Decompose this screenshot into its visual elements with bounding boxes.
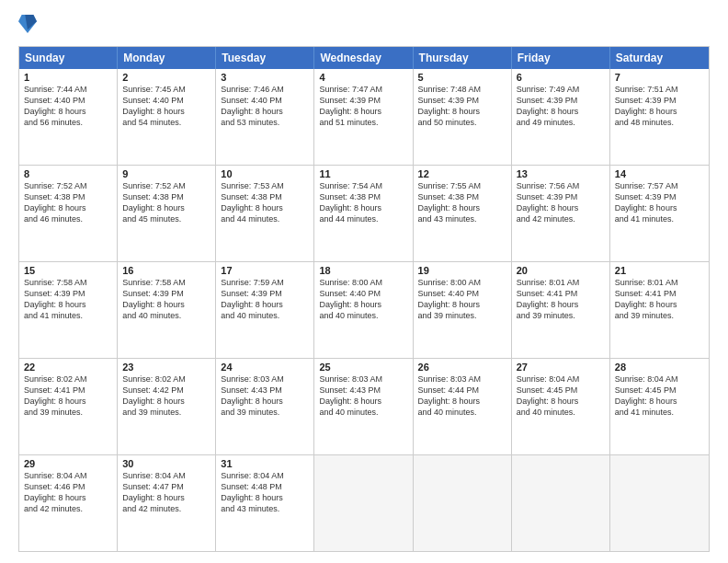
cal-week-2: 8Sunrise: 7:52 AMSunset: 4:38 PMDaylight… <box>19 165 709 261</box>
day-number: 7 <box>615 72 704 83</box>
cal-header-thursday: Thursday <box>414 47 512 69</box>
header <box>18 15 710 37</box>
day-number: 16 <box>122 265 210 276</box>
cal-cell-empty <box>610 455 709 551</box>
cal-header-friday: Friday <box>512 47 610 69</box>
cal-cell-day-8: 8Sunrise: 7:52 AMSunset: 4:38 PMDaylight… <box>19 166 118 261</box>
cal-cell-day-15: 15Sunrise: 7:58 AMSunset: 4:39 PMDayligh… <box>19 262 118 358</box>
cell-details: Sunrise: 8:00 AMSunset: 4:40 PMDaylight:… <box>418 277 506 322</box>
cell-details: Sunrise: 7:49 AMSunset: 4:39 PMDaylight:… <box>517 84 605 129</box>
cal-cell-day-24: 24Sunrise: 8:03 AMSunset: 4:43 PMDayligh… <box>216 359 314 454</box>
day-number: 9 <box>122 168 210 179</box>
calendar: SundayMondayTuesdayWednesdayThursdayFrid… <box>18 46 710 552</box>
day-number: 24 <box>221 362 309 373</box>
day-number: 31 <box>221 458 309 469</box>
logo <box>18 15 39 37</box>
day-number: 12 <box>418 168 506 179</box>
cell-details: Sunrise: 7:46 AMSunset: 4:40 PMDaylight:… <box>221 84 309 129</box>
day-number: 4 <box>319 72 407 83</box>
cell-details: Sunrise: 8:03 AMSunset: 4:43 PMDaylight:… <box>221 373 309 419</box>
cal-cell-day-4: 4Sunrise: 7:47 AMSunset: 4:39 PMDaylight… <box>314 69 413 165</box>
day-number: 11 <box>319 168 407 179</box>
cal-header-sunday: Sunday <box>19 47 118 69</box>
cal-cell-day-16: 16Sunrise: 7:58 AMSunset: 4:39 PMDayligh… <box>118 262 216 358</box>
cell-details: Sunrise: 8:04 AMSunset: 4:46 PMDaylight:… <box>24 470 112 515</box>
cell-details: Sunrise: 7:51 AMSunset: 4:39 PMDaylight:… <box>615 84 704 129</box>
day-number: 21 <box>615 265 704 276</box>
cal-header-saturday: Saturday <box>610 47 709 69</box>
cal-cell-day-27: 27Sunrise: 8:04 AMSunset: 4:45 PMDayligh… <box>512 359 610 454</box>
calendar-header-row: SundayMondayTuesdayWednesdayThursdayFrid… <box>19 47 709 69</box>
cal-cell-empty <box>314 455 413 551</box>
cell-details: Sunrise: 7:45 AMSunset: 4:40 PMDaylight:… <box>122 84 210 129</box>
cal-cell-day-21: 21Sunrise: 8:01 AMSunset: 4:41 PMDayligh… <box>610 262 709 358</box>
cal-cell-day-13: 13Sunrise: 7:56 AMSunset: 4:39 PMDayligh… <box>512 166 610 261</box>
cal-cell-day-25: 25Sunrise: 8:03 AMSunset: 4:43 PMDayligh… <box>314 359 413 454</box>
cell-details: Sunrise: 7:57 AMSunset: 4:39 PMDaylight:… <box>615 180 704 225</box>
cal-cell-day-5: 5Sunrise: 7:48 AMSunset: 4:39 PMDaylight… <box>414 69 512 165</box>
cell-details: Sunrise: 7:47 AMSunset: 4:39 PMDaylight:… <box>319 84 407 129</box>
cal-cell-day-19: 19Sunrise: 8:00 AMSunset: 4:40 PMDayligh… <box>414 262 512 358</box>
cell-details: Sunrise: 7:52 AMSunset: 4:38 PMDaylight:… <box>122 180 210 225</box>
day-number: 22 <box>24 362 112 373</box>
cal-cell-day-11: 11Sunrise: 7:54 AMSunset: 4:38 PMDayligh… <box>314 166 413 261</box>
day-number: 17 <box>221 265 309 276</box>
page: SundayMondayTuesdayWednesdayThursdayFrid… <box>0 0 728 563</box>
logo-icon <box>18 13 37 35</box>
day-number: 1 <box>24 72 112 83</box>
cal-cell-day-31: 31Sunrise: 8:04 AMSunset: 4:48 PMDayligh… <box>216 455 314 551</box>
day-number: 18 <box>319 265 407 276</box>
cell-details: Sunrise: 7:55 AMSunset: 4:38 PMDaylight:… <box>418 180 506 225</box>
day-number: 25 <box>319 362 407 373</box>
cal-week-3: 15Sunrise: 7:58 AMSunset: 4:39 PMDayligh… <box>19 261 709 358</box>
cal-header-tuesday: Tuesday <box>216 47 314 69</box>
cal-week-5: 29Sunrise: 8:04 AMSunset: 4:46 PMDayligh… <box>19 454 709 551</box>
cal-cell-day-7: 7Sunrise: 7:51 AMSunset: 4:39 PMDaylight… <box>610 69 709 165</box>
cal-cell-day-22: 22Sunrise: 8:02 AMSunset: 4:41 PMDayligh… <box>19 359 118 454</box>
day-number: 10 <box>221 168 309 179</box>
cal-cell-day-26: 26Sunrise: 8:03 AMSunset: 4:44 PMDayligh… <box>414 359 512 454</box>
day-number: 5 <box>418 72 506 83</box>
cell-details: Sunrise: 7:44 AMSunset: 4:40 PMDaylight:… <box>24 84 112 129</box>
cal-header-wednesday: Wednesday <box>314 47 413 69</box>
cal-cell-day-9: 9Sunrise: 7:52 AMSunset: 4:38 PMDaylight… <box>118 166 216 261</box>
cal-cell-day-17: 17Sunrise: 7:59 AMSunset: 4:39 PMDayligh… <box>216 262 314 358</box>
cal-cell-day-14: 14Sunrise: 7:57 AMSunset: 4:39 PMDayligh… <box>610 166 709 261</box>
cal-week-1: 1Sunrise: 7:44 AMSunset: 4:40 PMDaylight… <box>19 69 709 165</box>
cal-cell-empty <box>414 455 512 551</box>
cell-details: Sunrise: 7:56 AMSunset: 4:39 PMDaylight:… <box>517 180 605 225</box>
cell-details: Sunrise: 7:58 AMSunset: 4:39 PMDaylight:… <box>24 277 112 322</box>
cell-details: Sunrise: 7:52 AMSunset: 4:38 PMDaylight:… <box>24 180 112 225</box>
cal-cell-day-28: 28Sunrise: 8:04 AMSunset: 4:45 PMDayligh… <box>610 359 709 454</box>
cell-details: Sunrise: 7:58 AMSunset: 4:39 PMDaylight:… <box>122 277 210 322</box>
day-number: 30 <box>122 458 210 469</box>
day-number: 8 <box>24 168 112 179</box>
day-number: 15 <box>24 265 112 276</box>
cal-week-4: 22Sunrise: 8:02 AMSunset: 4:41 PMDayligh… <box>19 358 709 454</box>
day-number: 3 <box>221 72 309 83</box>
day-number: 20 <box>517 265 605 276</box>
cal-cell-day-2: 2Sunrise: 7:45 AMSunset: 4:40 PMDaylight… <box>118 69 216 165</box>
day-number: 29 <box>24 458 112 469</box>
cell-details: Sunrise: 8:04 AMSunset: 4:45 PMDaylight:… <box>517 373 605 419</box>
day-number: 2 <box>122 72 210 83</box>
cell-details: Sunrise: 8:04 AMSunset: 4:47 PMDaylight:… <box>122 470 210 515</box>
cal-cell-day-30: 30Sunrise: 8:04 AMSunset: 4:47 PMDayligh… <box>118 455 216 551</box>
cal-cell-day-18: 18Sunrise: 8:00 AMSunset: 4:40 PMDayligh… <box>314 262 413 358</box>
cell-details: Sunrise: 8:04 AMSunset: 4:48 PMDaylight:… <box>221 470 309 515</box>
cell-details: Sunrise: 8:02 AMSunset: 4:41 PMDaylight:… <box>24 373 112 419</box>
day-number: 27 <box>517 362 605 373</box>
day-number: 23 <box>122 362 210 373</box>
cell-details: Sunrise: 8:04 AMSunset: 4:45 PMDaylight:… <box>615 373 704 419</box>
cell-details: Sunrise: 8:00 AMSunset: 4:40 PMDaylight:… <box>319 277 407 322</box>
cell-details: Sunrise: 8:02 AMSunset: 4:42 PMDaylight:… <box>122 373 210 419</box>
calendar-body: 1Sunrise: 7:44 AMSunset: 4:40 PMDaylight… <box>19 69 709 551</box>
day-number: 14 <box>615 168 704 179</box>
cal-cell-day-1: 1Sunrise: 7:44 AMSunset: 4:40 PMDaylight… <box>19 69 118 165</box>
cal-header-monday: Monday <box>118 47 216 69</box>
cal-cell-day-20: 20Sunrise: 8:01 AMSunset: 4:41 PMDayligh… <box>512 262 610 358</box>
day-number: 28 <box>615 362 704 373</box>
cell-details: Sunrise: 7:48 AMSunset: 4:39 PMDaylight:… <box>418 84 506 129</box>
cal-cell-day-29: 29Sunrise: 8:04 AMSunset: 4:46 PMDayligh… <box>19 455 118 551</box>
cell-details: Sunrise: 8:03 AMSunset: 4:44 PMDaylight:… <box>418 373 506 419</box>
